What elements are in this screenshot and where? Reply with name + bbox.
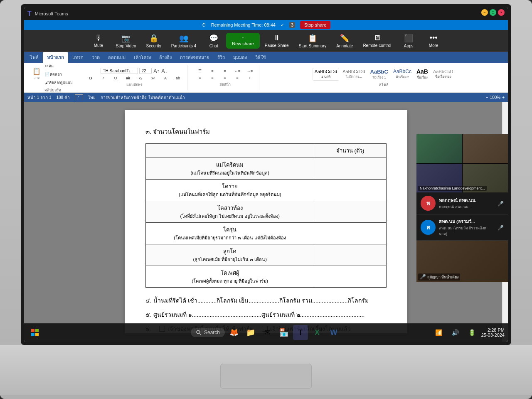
participant1-name: พลกฤษณ์ สพด.นม.: [439, 197, 476, 204]
font-grow-button[interactable]: A↑: [153, 68, 160, 74]
zoom-in-icon[interactable]: +: [502, 95, 505, 100]
stop-video-icon: 📷: [121, 34, 131, 43]
word-count: 188 คำ: [56, 94, 69, 101]
ribbon-group-styles: AaBbCcDd 1 ปกติ AaBbCcDd ไม่มีการร... Aa…: [263, 65, 505, 90]
superscript-button[interactable]: x²: [147, 75, 159, 81]
font-format-row: B I U ab x₂ x² A ab: [85, 75, 184, 81]
style-no-spacing[interactable]: AaBbCcDd ไม่มีการร...: [341, 68, 367, 80]
bold-button[interactable]: B: [85, 75, 96, 81]
start-summary-button[interactable]: 📋 Start Summary: [294, 32, 332, 50]
more-icon: •••: [430, 34, 438, 42]
svg-rect-1: [35, 329, 39, 332]
minimize-button[interactable]: −: [481, 9, 488, 16]
apps-label: Apps: [404, 44, 414, 48]
time-date[interactable]: 2:28 PM 25-03-2024: [481, 328, 505, 337]
copy-button[interactable]: 📄 คัดลอก: [43, 71, 74, 78]
ribbon-group-clipboard: 📋 วาง ✂ ตัด 📄 คัดลอก: [27, 65, 78, 90]
tab-draw[interactable]: วาด: [88, 52, 104, 63]
search-icon: [196, 330, 202, 335]
italic-button[interactable]: I: [97, 75, 109, 81]
taskbar-edge-icon[interactable]: 🦊: [227, 325, 241, 340]
mute-button[interactable]: 🎙 Mute: [86, 32, 111, 49]
format-painter-button[interactable]: 🖌 คัดลอกรูปแบบ: [43, 79, 74, 86]
taskbar-mail-icon[interactable]: ✉: [260, 325, 275, 340]
decrease-indent-button[interactable]: ←≡: [232, 68, 243, 74]
more-button[interactable]: ••• More: [421, 32, 446, 49]
taskbar: Search 🦊 📁 ✉ 🏪 T X W 📶 🔊 🔋 2:: [24, 323, 508, 342]
participant-item-2: ส สพด.นม (อรวมว์... สพด.นม (อรรมวัด กีรว…: [416, 214, 508, 241]
tab-layout[interactable]: เค้าโครง: [130, 52, 155, 63]
font-shrink-button[interactable]: A↓: [161, 68, 168, 74]
tab-mailings[interactable]: การส่งจดหมาย: [176, 52, 213, 63]
maximize-button[interactable]: □: [490, 9, 496, 16]
cut-button[interactable]: ✂ ตัด: [43, 63, 74, 70]
style-title[interactable]: AaB ชื่อเรื่อง: [415, 67, 430, 81]
remote-control-button[interactable]: 🖥 Remote control: [358, 32, 396, 49]
numbering-button[interactable]: ≡: [207, 68, 218, 74]
volume-icon[interactable]: 🔊: [448, 325, 463, 340]
strikethrough-button[interactable]: ab: [122, 75, 134, 81]
taskbar-files-icon[interactable]: 📁: [243, 325, 258, 340]
participant-item-1: พ พลกฤษณ์ สพด.นม. พลกฤษณ์ สพด.นม. 🎤: [416, 192, 508, 214]
start-summary-icon: 📋: [308, 34, 317, 43]
subscript-button[interactable]: x₂: [135, 75, 146, 81]
underline-button[interactable]: U: [110, 75, 121, 81]
line-spacing-button[interactable]: ↕: [244, 75, 256, 81]
new-share-button[interactable]: ↑ New share: [226, 33, 260, 49]
justify-button[interactable]: ≡: [232, 75, 243, 81]
start-button[interactable]: [27, 325, 42, 340]
tab-home[interactable]: หน้าแรก: [43, 52, 68, 63]
pause-share-button[interactable]: ⏸ Pause Share: [260, 32, 294, 49]
align-center-button[interactable]: ≡: [207, 75, 218, 81]
align-left-button[interactable]: ≡: [194, 75, 206, 81]
paste-button[interactable]: 📋 วาง: [31, 67, 42, 81]
close-button[interactable]: ×: [498, 9, 505, 16]
font-name-input[interactable]: TH SarabunIT₁: [101, 68, 138, 74]
style-heading2[interactable]: AaBbCc หัวเรื่อง 2: [392, 68, 413, 81]
increase-indent-button[interactable]: →≡: [244, 68, 256, 74]
font-size-input[interactable]: 22: [139, 68, 152, 74]
style-heading1[interactable]: AaBbC หัวเรื่อง 1: [369, 68, 390, 81]
stop-video-button[interactable]: 📷 Stop Video: [111, 32, 141, 50]
multilevel-button[interactable]: ≡: [219, 68, 231, 74]
highlight-button[interactable]: ab: [172, 75, 184, 81]
participants-button[interactable]: 👥 Participants 4: [166, 32, 202, 50]
taskbar-search[interactable]: Search: [191, 328, 225, 337]
tab-review[interactable]: รีวิว: [213, 52, 229, 63]
style-no-spacing-label: ไม่มีการร...: [346, 74, 362, 79]
annotate-button[interactable]: ✏️ Annotate: [331, 32, 358, 50]
ribbon-group-paragraph: ☰ ≡ ≡ ←≡ →≡ ≡ ≡ ≡ ≡ ↕ ย: [191, 65, 259, 90]
taskbar-word-icon[interactable]: W: [326, 325, 341, 340]
clipboard-row: 📋 วาง ✂ ตัด 📄 คัดลอก: [31, 63, 74, 86]
touchpad[interactable]: [220, 364, 312, 389]
taskbar-store-icon[interactable]: 🏪: [276, 325, 291, 340]
stop-share-button[interactable]: Stop share: [300, 21, 330, 29]
tab-help[interactable]: วิธีใช้: [251, 52, 270, 63]
windows-logo-icon: [31, 329, 39, 336]
tab-references[interactable]: อ้างอิง: [155, 52, 176, 63]
tab-view[interactable]: มุมมอง: [229, 52, 251, 63]
cut-label: ตัด: [49, 63, 54, 69]
tab-insert[interactable]: แทรก: [68, 52, 88, 63]
battery-icon[interactable]: 🔋: [465, 325, 480, 340]
table-header-row: จำนวน (ตัว): [146, 144, 387, 158]
participants-icon: 👥: [179, 34, 188, 43]
security-button[interactable]: 🔒 Security: [141, 32, 166, 50]
style-subtitle[interactable]: AaBbCcD ชื่อเรื่องรอง: [431, 68, 455, 80]
tab-file[interactable]: ไฟล์: [26, 52, 43, 63]
laptop-base: hp: [0, 345, 532, 395]
style-normal[interactable]: AaBbCcDd 1 ปกติ: [313, 68, 339, 81]
taskbar-teams-icon[interactable]: T: [293, 325, 308, 340]
tab-design[interactable]: ออกแบบ: [104, 52, 130, 63]
mute-label: Mute: [94, 43, 103, 48]
bullets-button[interactable]: ☰: [194, 68, 206, 74]
network-icon[interactable]: 📶: [431, 325, 446, 340]
font-color-button[interactable]: A: [160, 75, 171, 81]
taskbar-excel-icon[interactable]: X: [310, 325, 325, 340]
zoom-out-icon[interactable]: −: [486, 95, 488, 100]
chat-button[interactable]: 💬 Chat: [201, 32, 226, 50]
table-row: โคราย (แม่โคนมที่เคยให้ลูก แต่วันที่บันท…: [146, 180, 387, 201]
align-right-button[interactable]: ≡: [219, 75, 231, 81]
apps-button[interactable]: ⬛ Apps: [396, 32, 421, 50]
teams-logo: T: [27, 10, 32, 17]
